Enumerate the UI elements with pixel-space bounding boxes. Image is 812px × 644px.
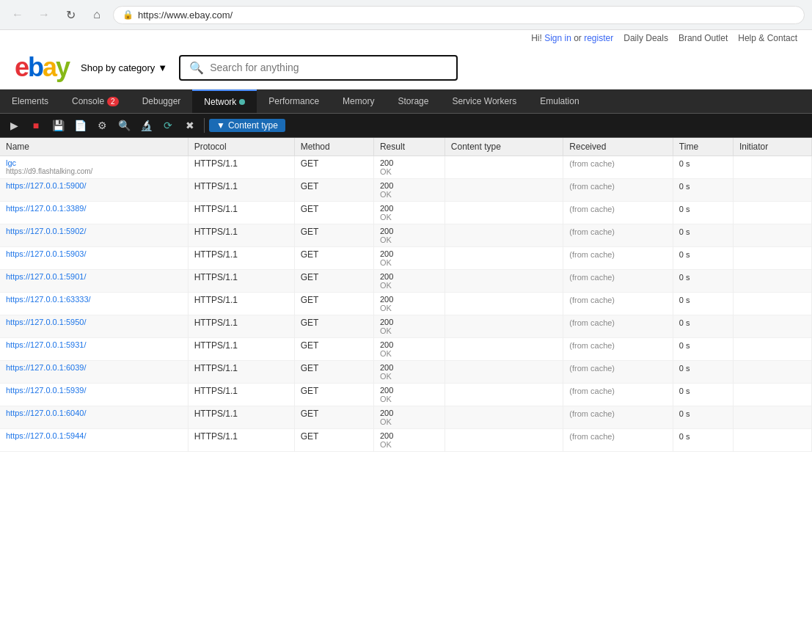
- cell-result: 200OK: [373, 179, 445, 202]
- cell-received: (from cache): [563, 315, 673, 338]
- result-code: 200: [380, 409, 439, 417]
- devtools-tab-performance[interactable]: Performance: [257, 89, 331, 113]
- column-header-method[interactable]: Method: [294, 138, 373, 156]
- brand-outlet-link[interactable]: Brand Outlet: [679, 33, 728, 43]
- table-row[interactable]: https://127.0.0.1:3389/HTTPS/1.1GET200OK…: [0, 202, 812, 224]
- request-name: https://127.0.0.1:6039/: [6, 363, 182, 372]
- back-button[interactable]: ←: [7, 4, 28, 25]
- persist-logs-button[interactable]: ⟳: [158, 116, 178, 135]
- column-header-name[interactable]: Name: [0, 138, 188, 156]
- cell-received: (from cache): [563, 247, 673, 270]
- devtools-tab-service-workers[interactable]: Service Workers: [440, 89, 528, 113]
- cell-initiator: [733, 406, 811, 429]
- cell-result: 200OK: [373, 270, 445, 293]
- column-header-content-type[interactable]: Content type: [445, 138, 563, 156]
- table-row[interactable]: https://127.0.0.1:5939/HTTPS/1.1GET200OK…: [0, 384, 812, 406]
- save-har-button[interactable]: 💾: [48, 116, 67, 135]
- result-status: OK: [380, 349, 439, 358]
- cell-received: (from cache): [563, 224, 673, 247]
- cell-initiator: [733, 338, 811, 361]
- request-name: https://127.0.0.1:3389/: [6, 204, 182, 213]
- home-button[interactable]: ⌂: [87, 4, 107, 25]
- table-row[interactable]: https://127.0.0.1:6039/HTTPS/1.1GET200OK…: [0, 361, 812, 384]
- time-value: 0 s: [679, 432, 690, 441]
- table-row[interactable]: https://127.0.0.1:63333/HTTPS/1.1GET200O…: [0, 293, 812, 315]
- table-row[interactable]: https://127.0.0.1:5902/HTTPS/1.1GET200OK…: [0, 224, 812, 247]
- result-code: 200: [380, 249, 439, 258]
- cell-content-type: [445, 406, 563, 429]
- result-status: OK: [380, 190, 439, 199]
- request-name: https://127.0.0.1:5903/: [6, 249, 182, 258]
- reload-button[interactable]: ↻: [60, 4, 81, 25]
- shop-by-category-button[interactable]: Shop by category ▼: [81, 62, 167, 73]
- import-har-button[interactable]: 📄: [70, 116, 89, 135]
- daily-deals-link[interactable]: Daily Deals: [623, 33, 668, 43]
- received-value: (from cache): [569, 341, 615, 350]
- devtools-tab-console[interactable]: Console2: [60, 89, 131, 113]
- table-row[interactable]: lgchttps://d9.flashtalking.com/HTTPS/1.1…: [0, 156, 812, 179]
- received-value: (from cache): [569, 250, 615, 259]
- received-value: (from cache): [569, 364, 615, 373]
- time-value: 0 s: [679, 296, 690, 304]
- cell-method: GET: [294, 270, 373, 293]
- address-bar[interactable]: 🔒: [113, 6, 805, 24]
- column-header-time[interactable]: Time: [673, 138, 733, 156]
- table-row[interactable]: https://127.0.0.1:5900/HTTPS/1.1GET200OK…: [0, 179, 812, 202]
- table-row[interactable]: https://127.0.0.1:5903/HTTPS/1.1GET200OK…: [0, 247, 812, 270]
- column-header-received[interactable]: Received: [563, 138, 673, 156]
- ebay-top-bar: Hi! Sign in or register Daily Deals Bran…: [0, 30, 812, 46]
- cell-protocol: HTTPS/1.1: [188, 429, 294, 452]
- request-name: https://127.0.0.1:5950/: [6, 318, 182, 326]
- tab-label: Console: [72, 96, 104, 106]
- cell-protocol: HTTPS/1.1: [188, 338, 294, 361]
- help-contact-link[interactable]: Help & Contact: [738, 33, 797, 43]
- url-input[interactable]: [138, 10, 795, 21]
- result-code: 200: [380, 227, 439, 235]
- browser-chrome: ← → ↻ ⌂ 🔒: [0, 0, 812, 30]
- table-row[interactable]: https://127.0.0.1:6040/HTTPS/1.1GET200OK…: [0, 406, 812, 429]
- devtools-tab-emulation[interactable]: Emulation: [528, 89, 590, 113]
- table-row[interactable]: https://127.0.0.1:5944/HTTPS/1.1GET200OK…: [0, 429, 812, 452]
- settings-button[interactable]: ⚙: [92, 116, 111, 135]
- search-button[interactable]: 🔍: [114, 116, 133, 135]
- cell-time: 0 s: [673, 338, 733, 361]
- table-row[interactable]: https://127.0.0.1:5931/HTTPS/1.1GET200OK…: [0, 338, 812, 361]
- filter-button[interactable]: 🔬: [136, 116, 156, 135]
- blocked-button[interactable]: ✖: [180, 116, 200, 135]
- received-value: (from cache): [569, 318, 615, 327]
- stop-button[interactable]: ■: [26, 116, 45, 135]
- cell-initiator: [733, 293, 811, 315]
- cell-initiator: [733, 247, 811, 270]
- result-status: OK: [380, 213, 439, 222]
- cell-protocol: HTTPS/1.1: [188, 270, 294, 293]
- result-code: 200: [380, 431, 439, 440]
- devtools-tab-memory[interactable]: Memory: [331, 89, 386, 113]
- column-header-initiator[interactable]: Initiator: [733, 138, 811, 156]
- tab-label: Performance: [268, 96, 319, 106]
- cell-initiator: [733, 361, 811, 384]
- search-input[interactable]: [210, 62, 447, 73]
- play-button[interactable]: ▶: [4, 116, 23, 135]
- cell-received: (from cache): [563, 179, 673, 202]
- cell-method: GET: [294, 384, 373, 406]
- content-type-filter[interactable]: ▼ Content type: [209, 119, 285, 132]
- devtools-tab-network[interactable]: Network: [192, 89, 257, 113]
- shop-by-category-label: Shop by category: [81, 62, 155, 73]
- sign-in-link[interactable]: Sign in: [544, 33, 571, 43]
- time-value: 0 s: [679, 318, 690, 327]
- ebay-logo: ebay: [15, 52, 69, 83]
- cell-result: 200OK: [373, 247, 445, 270]
- register-link[interactable]: register: [584, 33, 613, 43]
- table-row[interactable]: https://127.0.0.1:5901/HTTPS/1.1GET200OK…: [0, 270, 812, 293]
- table-row[interactable]: https://127.0.0.1:5950/HTTPS/1.1GET200OK…: [0, 315, 812, 338]
- request-name: https://127.0.0.1:6040/: [6, 409, 182, 417]
- search-bar[interactable]: 🔍: [179, 55, 458, 81]
- cell-content-type: [445, 338, 563, 361]
- devtools-tab-debugger[interactable]: Debugger: [131, 89, 193, 113]
- devtools-tab-storage[interactable]: Storage: [386, 89, 440, 113]
- result-code: 200: [380, 318, 439, 326]
- devtools-tab-elements[interactable]: Elements: [0, 89, 60, 113]
- column-header-result[interactable]: Result: [373, 138, 445, 156]
- forward-button[interactable]: →: [34, 4, 54, 25]
- column-header-protocol[interactable]: Protocol: [188, 138, 294, 156]
